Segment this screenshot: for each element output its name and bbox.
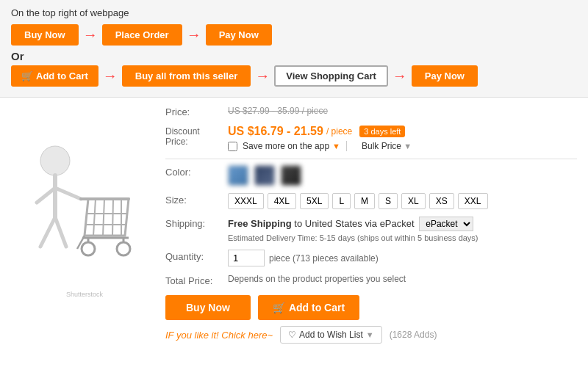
cart-icon: 🛒 xyxy=(21,70,33,81)
shipping-method-select[interactable]: ePacket xyxy=(419,217,473,231)
arrow-icon-5: → xyxy=(392,68,407,84)
price-label: Price: xyxy=(165,105,228,117)
total-price-row: Total Price: Depends on the product prop… xyxy=(165,274,577,286)
main-content: Shutterstock Price: US $27.99 - 35.99 / … xyxy=(0,98,588,351)
wish-list-button[interactable]: ♡ Add to Wish List ▼ xyxy=(280,326,382,344)
color-swatch-darkblue[interactable] xyxy=(254,165,275,186)
pay-now-top-button[interactable]: Pay Now xyxy=(206,24,272,46)
size-option-5xl[interactable]: 5XL xyxy=(300,193,329,209)
color-label: Color: xyxy=(165,165,228,178)
svg-line-5 xyxy=(40,217,55,247)
discount-price-row: DiscountPrice: US $16.79 - 21.59 / piece… xyxy=(165,125,577,151)
ship-to-text: to United States via ePacket xyxy=(294,218,414,229)
quantity-input[interactable]: 1 xyxy=(228,250,265,266)
size-option-xl[interactable]: XL xyxy=(401,193,426,209)
flow-row-2: 🛒 Add to Cart → Buy all from this seller… xyxy=(11,65,577,87)
color-row: Color: xyxy=(165,165,577,186)
shipping-row: Shipping: Free Shipping to United States… xyxy=(165,217,577,242)
price-value: US $27.99 - 35.99 / piece xyxy=(228,105,577,116)
color-swatch-black[interactable] xyxy=(281,165,301,186)
discount-label: DiscountPrice: xyxy=(165,125,228,147)
free-shipping-text: Free Shipping xyxy=(228,218,292,229)
arrow-icon-3: → xyxy=(103,68,118,84)
buy-now-button[interactable]: Buy Now xyxy=(165,295,251,320)
save-app-text: Save more on the app xyxy=(243,141,329,151)
or-label: Or xyxy=(11,50,577,62)
action-buttons: Buy Now 🛒 Add to Cart xyxy=(165,295,577,320)
size-option-m[interactable]: M xyxy=(354,193,375,209)
top-section: On the top right of webpage Buy Now → Pl… xyxy=(0,0,588,98)
wish-dropdown-icon: ▼ xyxy=(366,330,374,339)
svg-point-15 xyxy=(82,242,95,255)
save-app-checkbox[interactable] xyxy=(228,142,237,151)
cart-illustration xyxy=(15,140,154,287)
bulk-price-text: Bulk Price ▼ xyxy=(362,141,412,151)
arrow-icon-4: → xyxy=(255,68,270,84)
svg-point-16 xyxy=(117,242,130,255)
buy-all-seller-button[interactable]: Buy all from this seller xyxy=(122,65,251,87)
flow-row-1: Buy Now → Place Order → Pay Now xyxy=(11,24,577,46)
save-app-arrow: ▼ xyxy=(332,142,340,150)
total-label: Total Price: xyxy=(165,274,228,286)
size-option-xxxl[interactable]: XXXL xyxy=(228,193,264,209)
color-swatch-blue[interactable] xyxy=(228,165,248,186)
total-value: Depends on the product properties you se… xyxy=(228,274,577,284)
quantity-value: 1 piece (713 pieces available) xyxy=(228,250,577,266)
size-option-l[interactable]: L xyxy=(332,193,351,209)
quantity-row: Quantity: 1 piece (713 pieces available) xyxy=(165,250,577,266)
bulk-price-arrow: ▼ xyxy=(404,142,412,150)
svg-line-9 xyxy=(103,199,104,236)
wish-count-text: (1628 Adds) xyxy=(390,330,437,340)
size-label: Size: xyxy=(165,193,228,206)
size-option-xs[interactable]: XS xyxy=(429,193,454,209)
svg-line-8 xyxy=(93,199,96,236)
shipping-value: Free Shipping to United States via ePack… xyxy=(228,217,577,242)
cart-image-area: Shutterstock xyxy=(11,105,158,333)
delivery-estimate: Estimated Delivery Time: 5-15 days (ship… xyxy=(228,233,577,242)
svg-line-2 xyxy=(55,188,81,199)
arrow-icon-1: → xyxy=(83,26,98,43)
size-row: Size: XXXL4XL5XLLMSXLXSXXL xyxy=(165,193,577,209)
buy-now-top-button[interactable]: Buy Now xyxy=(11,24,79,46)
arrow-icon-2: → xyxy=(187,26,201,43)
original-price: US $27.99 - 35.99 / piece xyxy=(228,106,328,116)
divider-1 xyxy=(165,159,577,159)
svg-line-4 xyxy=(55,217,66,247)
size-option-s[interactable]: S xyxy=(379,193,398,209)
size-option-xxl[interactable]: XXL xyxy=(458,193,488,209)
watermark-text: Shutterstock xyxy=(66,291,103,298)
color-swatches xyxy=(228,165,577,186)
quantity-label: Quantity: xyxy=(165,250,228,262)
price-row: Price: US $27.99 - 35.99 / piece xyxy=(165,105,577,117)
add-to-cart-button[interactable]: 🛒 Add to Cart xyxy=(258,295,359,320)
discount-price-text: US $16.79 - 21.59 xyxy=(228,125,323,138)
if-you-like-text: IF you like it! Chick here~ xyxy=(165,330,273,341)
top-label: On the top right of webpage xyxy=(11,7,577,18)
add-to-cart-top-button[interactable]: 🛒 Add to Cart xyxy=(11,65,98,87)
view-shopping-cart-button[interactable]: View Shopping Cart xyxy=(274,65,388,87)
heart-icon: ♡ xyxy=(288,330,296,340)
svg-line-10 xyxy=(112,199,113,236)
pay-now-bottom-button[interactable]: Pay Now xyxy=(412,65,478,87)
pieces-available: piece (713 pieces available) xyxy=(269,253,379,264)
cart-btn-icon: 🛒 xyxy=(273,302,285,313)
shipping-label: Shipping: xyxy=(165,217,228,229)
days-left-badge: 3 days left xyxy=(359,126,405,137)
discount-value: US $16.79 - 21.59 / piece 3 days left Sa… xyxy=(228,125,577,151)
place-order-button[interactable]: Place Order xyxy=(102,24,182,46)
svg-line-3 xyxy=(37,188,55,203)
size-options: XXXL4XL5XLLMSXLXSXXL xyxy=(228,193,577,209)
svg-point-0 xyxy=(40,146,70,175)
per-piece-text: / piece xyxy=(326,126,352,137)
product-details: Price: US $27.99 - 35.99 / piece Discoun… xyxy=(165,105,577,344)
size-option-4xl[interactable]: 4XL xyxy=(268,193,296,209)
wish-list-row: IF you like it! Chick here~ ♡ Add to Wis… xyxy=(165,326,577,344)
